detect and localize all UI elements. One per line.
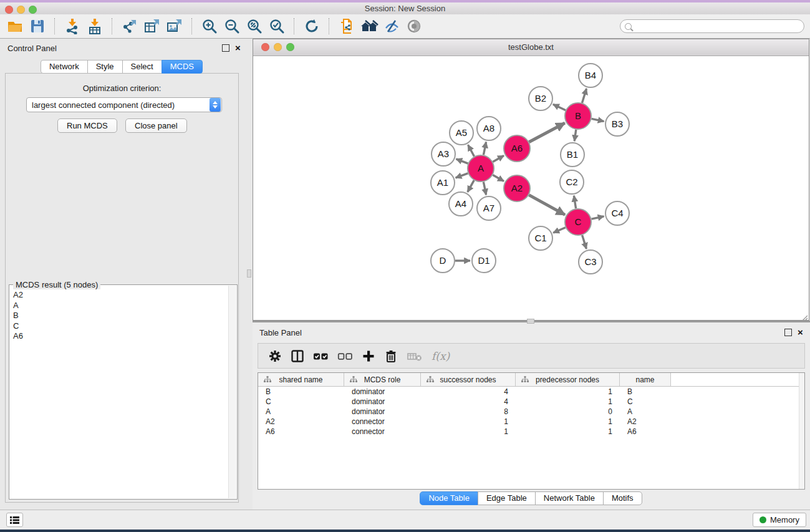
cell-name[interactable]: C <box>620 397 671 406</box>
node-A4[interactable]: A4 <box>449 192 473 216</box>
float-panel-icon[interactable] <box>784 329 792 336</box>
edge-A-A4[interactable] <box>468 180 474 192</box>
search-input[interactable] <box>635 20 804 32</box>
node-C3[interactable]: C3 <box>579 250 602 274</box>
edge-B-B3[interactable] <box>592 118 604 121</box>
mcds-result-item[interactable]: B <box>9 311 228 321</box>
column-header-shared-name[interactable]: shared name <box>258 373 344 386</box>
table-row[interactable]: A6connector11A6 <box>258 427 804 437</box>
cell-shared-name[interactable]: A6 <box>258 427 344 436</box>
tab-select[interactable]: Select <box>122 60 162 74</box>
cell-predecessor-nodes[interactable]: 1 <box>516 427 620 436</box>
zoom-in-icon[interactable] <box>198 16 221 36</box>
edge-C-C1[interactable] <box>553 228 566 233</box>
node-B1[interactable]: B1 <box>561 143 584 167</box>
node-B2[interactable]: B2 <box>529 87 552 110</box>
zoom-fit-icon[interactable] <box>243 16 266 36</box>
node-C1[interactable]: C1 <box>529 226 552 250</box>
table-row[interactable]: Cdominator41C <box>258 397 804 407</box>
cell-predecessor-nodes[interactable]: 0 <box>516 407 620 416</box>
float-panel-icon[interactable] <box>222 44 229 52</box>
close-panel-button[interactable]: Close panel <box>125 118 187 133</box>
cell-mcds-role[interactable]: dominator <box>344 407 421 416</box>
edge-A-A1[interactable] <box>456 173 468 178</box>
import-table-icon[interactable] <box>84 16 106 36</box>
cell-successor-nodes[interactable]: 4 <box>421 397 516 406</box>
table-settings-gear-icon[interactable] <box>268 347 282 365</box>
refresh-view-icon[interactable] <box>301 16 323 36</box>
home-view-icon[interactable] <box>358 16 380 36</box>
create-column-plus-icon[interactable] <box>362 347 375 365</box>
node-A5[interactable]: A5 <box>450 121 473 145</box>
edge-A-A8[interactable] <box>483 142 486 155</box>
cell-shared-name[interactable]: A2 <box>258 417 344 426</box>
node-A[interactable]: A <box>468 155 494 181</box>
tab-motifs[interactable]: Motifs <box>603 491 642 505</box>
node-C4[interactable]: C4 <box>605 201 629 225</box>
cell-name[interactable]: A2 <box>620 417 671 426</box>
tab-network[interactable]: Network <box>41 60 88 74</box>
node-A8[interactable]: A8 <box>477 117 501 140</box>
column-header-name[interactable]: name <box>620 373 671 386</box>
node-A3[interactable]: A3 <box>432 142 455 166</box>
cell-mcds-role[interactable]: connector <box>344 417 421 426</box>
export-table-icon[interactable] <box>141 16 163 36</box>
edge-A-A7[interactable] <box>483 182 486 195</box>
tab-edge-table[interactable]: Edge Table <box>478 491 536 505</box>
edge-B-B2[interactable] <box>553 104 566 110</box>
close-window-button[interactable] <box>5 6 13 14</box>
zoom-window-button[interactable] <box>29 6 37 14</box>
edge-A-A2[interactable] <box>493 175 504 181</box>
resize-handle-icon[interactable] <box>801 312 808 319</box>
node-C[interactable]: C <box>565 209 591 235</box>
table-row[interactable]: Adominator80A <box>258 407 804 417</box>
node-D1[interactable]: D1 <box>472 249 496 273</box>
delete-column-trash-icon[interactable] <box>384 347 398 365</box>
criterion-dropdown[interactable]: largest connected component (directed) <box>26 97 222 112</box>
cell-shared-name[interactable]: B <box>258 387 344 396</box>
cell-successor-nodes[interactable]: 8 <box>421 407 516 416</box>
column-header-mcds-role[interactable]: MCDS role <box>344 373 421 386</box>
network-canvas[interactable]: B4B2BB3A8A5A6B1A3AC2A1A2A4A7C4CC1DD1C3 <box>253 56 809 319</box>
cell-predecessor-nodes[interactable]: 1 <box>516 387 620 396</box>
tab-style[interactable]: Style <box>87 60 123 74</box>
cell-successor-nodes[interactable]: 1 <box>421 417 516 426</box>
column-header-predecessor-nodes[interactable]: predecessor nodes <box>516 373 620 386</box>
tab-mcds[interactable]: MCDS <box>162 60 203 74</box>
table-row[interactable]: Bdominator41B <box>258 387 804 397</box>
mcds-result-item[interactable]: A6 <box>9 331 228 342</box>
node-C2[interactable]: C2 <box>560 170 584 194</box>
hide-graphics-details-icon[interactable] <box>380 16 403 36</box>
network-close-button[interactable] <box>261 43 269 51</box>
node-B[interactable]: B <box>565 103 591 129</box>
edge-B-B4[interactable] <box>582 89 587 103</box>
cell-name[interactable]: B <box>620 387 671 396</box>
memory-button[interactable]: Memory <box>753 513 806 527</box>
column-header-successor-nodes[interactable]: successor nodes <box>421 373 516 386</box>
horizontal-splitter-grip[interactable] <box>527 319 534 324</box>
mcds-result-item[interactable]: A2 <box>9 290 228 301</box>
zoom-out-icon[interactable] <box>221 16 243 36</box>
network-zoom-button[interactable] <box>286 43 294 51</box>
cell-predecessor-nodes[interactable]: 1 <box>516 417 620 426</box>
node-A1[interactable]: A1 <box>431 171 455 195</box>
cell-mcds-role[interactable]: connector <box>344 427 421 436</box>
edge-C-C2[interactable] <box>574 196 576 209</box>
close-panel-icon[interactable]: × <box>235 45 241 51</box>
network-minimize-button[interactable] <box>274 43 282 51</box>
edge-C-C4[interactable] <box>592 216 604 219</box>
show-graphics-details-icon[interactable] <box>403 16 425 36</box>
edge-A-A5[interactable] <box>468 145 475 156</box>
node-A2[interactable]: A2 <box>504 175 530 201</box>
edge-B-B1[interactable] <box>574 130 576 141</box>
tab-network-table[interactable]: Network Table <box>535 491 604 505</box>
save-session-icon[interactable] <box>26 16 49 36</box>
node-B4[interactable]: B4 <box>579 64 602 87</box>
edge-A-A6[interactable] <box>493 156 504 162</box>
cell-mcds-role[interactable]: dominator <box>344 397 421 406</box>
mcds-list-scrollbar[interactable] <box>228 286 236 498</box>
node-D[interactable]: D <box>431 249 455 273</box>
edge-C-C3[interactable] <box>582 235 587 249</box>
run-mcds-button[interactable]: Run MCDS <box>57 118 117 133</box>
panel-splitter-grip[interactable] <box>247 269 251 278</box>
